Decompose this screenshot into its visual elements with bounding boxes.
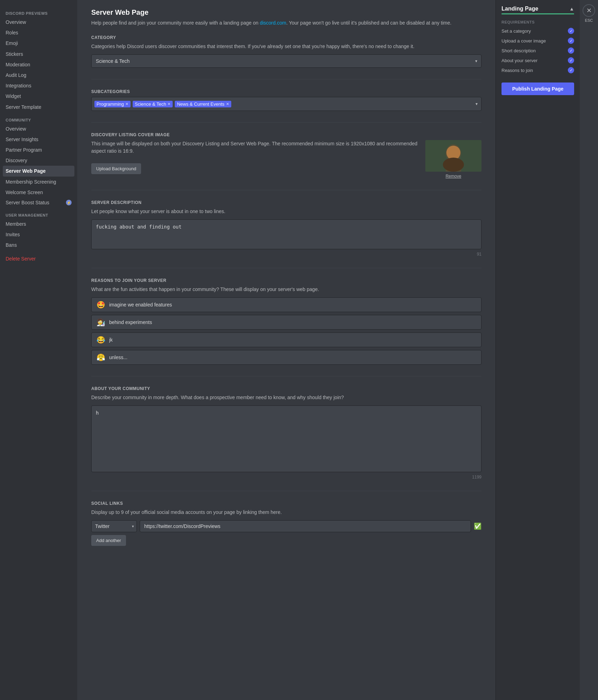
reason-emoji-3: 😤 — [96, 353, 106, 362]
subcategory-wrapper[interactable]: Programming ✕ Science & Tech ✕ News & Cu… — [91, 97, 481, 111]
sidebar: DISCORD PREVIEWS Overview Roles Emoji St… — [0, 0, 77, 700]
tag-news: News & Current Events ✕ — [175, 101, 231, 107]
boost-badge: ⚡ — [66, 200, 72, 205]
publish-landing-page-button[interactable]: Publish Landing Page — [501, 82, 574, 95]
about-section: ABOUT YOUR COMMUNITY Describe your commu… — [91, 386, 481, 480]
reason-item-2: 😂 — [91, 332, 481, 347]
requirement-label-2: Short description — [501, 48, 536, 53]
social-select-wrapper-0: Twitter ▾ — [91, 520, 137, 532]
requirement-item-0: Set a category ✓ — [501, 28, 574, 34]
page-subtitle: Help people find and join your community… — [91, 19, 481, 27]
sidebar-item-audit-log[interactable]: Audit Log — [3, 70, 74, 80]
cover-image-preview — [425, 140, 481, 172]
delete-server-button[interactable]: Delete Server — [3, 253, 74, 264]
about-title: ABOUT YOUR COMMUNITY — [91, 386, 481, 391]
tag-science-tech: Science & Tech ✕ — [133, 101, 173, 107]
sidebar-item-server-insights[interactable]: Server Insights — [3, 134, 74, 145]
panel-progress-bar — [501, 13, 574, 14]
social-url-input-0[interactable] — [140, 520, 471, 532]
social-links-description: Display up to 9 of your official social … — [91, 509, 481, 516]
sidebar-item-discovery[interactable]: Discovery — [3, 155, 74, 166]
sidebar-item-bans[interactable]: Bans — [3, 240, 74, 250]
reason-input-0[interactable] — [109, 302, 477, 308]
reason-emoji-2: 😂 — [96, 336, 106, 344]
tag-science-tech-label: Science & Tech — [135, 101, 166, 107]
sidebar-item-partner-program[interactable]: Partner Program — [3, 145, 74, 155]
sidebar-item-server-boost-status[interactable]: Server Boost Status ⚡ — [3, 198, 74, 207]
category-select[interactable]: Science & Tech — [91, 54, 481, 68]
panel-header: Landing Page ▲ — [501, 6, 574, 12]
main-content: Server Web Page Help people find and joi… — [77, 0, 496, 700]
cover-image-title: DISCOVERY LISTING COVER IMAGE — [91, 132, 481, 137]
sidebar-section-community: COMMUNITY — [3, 112, 74, 124]
sidebar-item-server-template[interactable]: Server Template — [3, 102, 74, 112]
tag-programming: Programming ✕ — [94, 101, 131, 107]
cover-image-section: DISCOVERY LISTING COVER IMAGE This image… — [91, 132, 481, 179]
tag-science-tech-remove[interactable]: ✕ — [167, 102, 171, 106]
subcategory-section: SUBCATEGORIES Programming ✕ Science & Te… — [91, 89, 481, 111]
chevron-down-icon: ▾ — [476, 101, 478, 106]
sidebar-item-server-web-page[interactable]: Server Web Page — [3, 166, 74, 176]
landing-page-panel: Landing Page ▲ REQUIREMENTS Set a catego… — [496, 0, 580, 700]
category-description: Categories help Discord users discover c… — [91, 43, 481, 50]
requirements-label: REQUIREMENTS — [501, 20, 574, 24]
sidebar-item-emoji[interactable]: Emoji — [3, 38, 74, 48]
social-links-section: SOCIAL LINKS Display up to 9 of your off… — [91, 501, 481, 546]
sidebar-item-invites[interactable]: Invites — [3, 229, 74, 240]
server-description-section: SERVER DESCRIPTION Let people know what … — [91, 200, 481, 257]
sidebar-item-overview[interactable]: Overview — [3, 17, 74, 27]
reason-emoji-1: 🧑‍🔬 — [96, 318, 106, 326]
check-icon-1: ✓ — [568, 38, 574, 44]
reason-input-1[interactable] — [109, 319, 477, 325]
reasons-section: REASONS TO JOIN YOUR SERVER What are the… — [91, 278, 481, 365]
tag-news-label: News & Current Events — [177, 101, 224, 107]
requirement-label-1: Upload a cover image — [501, 38, 546, 44]
sidebar-item-membership-screening[interactable]: Membership Screening — [3, 177, 74, 187]
remove-cover-image-link[interactable]: Remove — [446, 174, 461, 179]
close-button[interactable]: ✕ — [583, 4, 595, 17]
sidebar-section-discord-previews: DISCORD PREVIEWS — [3, 6, 74, 17]
discord-link[interactable]: discord.com — [260, 20, 286, 26]
server-description-char-count: 91 — [91, 252, 481, 257]
sidebar-item-integrations[interactable]: Integrations — [3, 80, 74, 91]
panel-progress-fill — [501, 13, 574, 14]
social-platform-select-0[interactable]: Twitter — [91, 520, 137, 532]
sidebar-item-members[interactable]: Members — [3, 219, 74, 229]
sidebar-item-widget[interactable]: Widget — [3, 91, 74, 101]
requirement-item-3: About your server ✓ — [501, 57, 574, 64]
requirement-item-2: Short description ✓ — [501, 47, 574, 54]
reason-input-2[interactable] — [109, 337, 477, 343]
reason-input-3[interactable] — [109, 355, 477, 360]
about-textarea[interactable] — [91, 405, 481, 472]
sidebar-item-welcome-screen[interactable]: Welcome Screen — [3, 187, 74, 198]
about-description: Describe your community in more depth. W… — [91, 394, 481, 401]
reasons-description: What are the fun activities that happen … — [91, 286, 481, 293]
social-row-0: Twitter ▾ ✅ — [91, 520, 481, 532]
tag-programming-remove[interactable]: ✕ — [125, 102, 128, 106]
sidebar-item-moderation[interactable]: Moderation — [3, 59, 74, 70]
social-verified-icon-0: ✅ — [474, 522, 481, 530]
reason-item-3: 😤 — [91, 350, 481, 365]
requirement-label-3: About your server — [501, 58, 538, 63]
category-section: CATEGORY Categories help Discord users d… — [91, 35, 481, 68]
sidebar-item-stickers[interactable]: Stickers — [3, 49, 74, 59]
about-char-count: 1199 — [91, 475, 481, 480]
reason-emoji-0: 🤩 — [96, 301, 106, 309]
tag-news-remove[interactable]: ✕ — [226, 102, 229, 106]
panel-chevron-icon[interactable]: ▲ — [569, 6, 574, 12]
cover-image-info: This image will be displayed on both you… — [91, 140, 420, 174]
main-wrapper: Server Web Page Help people find and joi… — [77, 0, 598, 700]
server-description-textarea[interactable] — [91, 219, 481, 249]
server-description-wrapper: 91 — [91, 219, 481, 257]
upload-background-button[interactable]: Upload Background — [91, 163, 141, 174]
reasons-title: REASONS TO JOIN YOUR SERVER — [91, 278, 481, 283]
svg-point-6 — [443, 158, 464, 172]
sidebar-item-roles[interactable]: Roles — [3, 27, 74, 38]
cover-image-description: This image will be displayed on both you… — [91, 140, 420, 155]
subcategory-title: SUBCATEGORIES — [91, 89, 481, 94]
category-title: CATEGORY — [91, 35, 481, 40]
category-select-wrapper: Science & Tech ▾ — [91, 54, 481, 68]
sidebar-item-com-overview[interactable]: Overview — [3, 124, 74, 134]
add-another-button[interactable]: Add another — [91, 535, 126, 546]
check-icon-2: ✓ — [568, 47, 574, 54]
